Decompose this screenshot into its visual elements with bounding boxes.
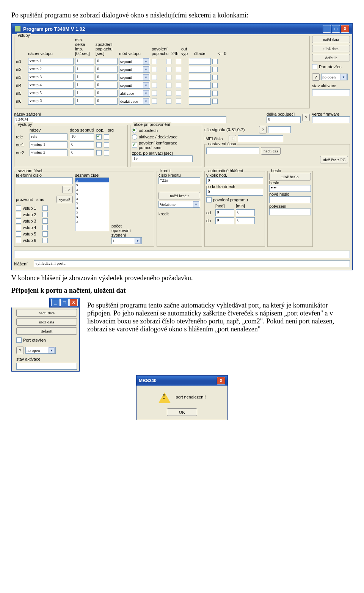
zpozdeni-input[interactable]: 0 (96, 66, 118, 73)
doba-input[interactable]: 0 (70, 141, 94, 148)
heslo-input[interactable]: •••• (269, 185, 311, 192)
prozvonit-checkbox[interactable] (16, 218, 21, 224)
doba-input[interactable]: 10 (70, 133, 94, 140)
mod-select[interactable]: sepnutí▼ (119, 58, 150, 65)
mod-select[interactable]: sepnutí▼ (119, 74, 150, 81)
tel-cislo-input[interactable] (16, 177, 73, 184)
prozvonit-checkbox[interactable] (16, 212, 21, 217)
nacti-cas-button[interactable]: načti čas (261, 147, 281, 155)
povoleni-programu-checkbox[interactable] (206, 197, 212, 202)
sms-checkbox[interactable] (42, 225, 48, 230)
nazev-vstupu-input[interactable]: vstup 6 (28, 98, 74, 105)
dialog-close-button[interactable]: X (217, 377, 225, 384)
zpozdeni-input[interactable]: 0 (96, 58, 118, 65)
nazev-vstupu-input[interactable]: vstup 5 (28, 90, 74, 97)
outvyp-checkbox[interactable] (176, 91, 181, 96)
signal-help-button[interactable]: ? (259, 126, 267, 133)
reset-checkbox[interactable] (212, 91, 218, 96)
min-delka-input[interactable]: 1 (75, 98, 94, 105)
default-button[interactable]: default (16, 327, 77, 335)
close-button[interactable]: X (69, 299, 78, 306)
sms-checkbox[interactable] (42, 218, 48, 224)
nacti-kredit-button[interactable]: načti kredit (158, 192, 200, 199)
zpozdeni-input[interactable]: 0 (96, 74, 118, 81)
outvyp-checkbox[interactable] (176, 99, 181, 104)
povoleni-checkbox[interactable] (152, 99, 157, 104)
radio-aktivace[interactable] (132, 134, 137, 140)
min-delka-input[interactable]: 1 (75, 74, 94, 81)
pop-checkbox[interactable] (96, 134, 102, 140)
outvyp-checkbox[interactable] (176, 59, 181, 64)
dialog-ok-button[interactable]: OK (167, 408, 197, 416)
povoleni-checkbox[interactable] (152, 67, 157, 72)
min-delka-input[interactable]: 1 (75, 90, 94, 97)
h24-checkbox[interactable] (166, 99, 171, 104)
mod-select[interactable]: deaktivace▼ (119, 98, 150, 105)
sms-checkbox[interactable] (42, 238, 48, 243)
min-delka-input[interactable]: 1 (75, 82, 94, 89)
h24-checkbox[interactable] (166, 75, 171, 80)
uloz-cas-button[interactable]: ulož čas z PC (320, 156, 348, 163)
povoleni-checkbox[interactable] (152, 91, 157, 96)
port-otevren-checkbox[interactable] (312, 64, 317, 69)
nacti-data-button[interactable]: načti data (312, 36, 350, 43)
maximize-button[interactable]: □ (60, 299, 69, 306)
sms-checkbox[interactable] (42, 231, 48, 237)
prg-checkbox[interactable] (104, 142, 109, 147)
nazev-vystupu-input[interactable]: vystup 2 (30, 149, 67, 156)
prozvonit-checkbox[interactable] (16, 206, 21, 211)
nazev-zarizeni-input[interactable]: T340M (14, 116, 226, 123)
prozvonit-checkbox[interactable] (16, 231, 21, 237)
zpoz-aktivaci-input[interactable]: 15 (132, 155, 193, 162)
port-help-button[interactable]: ? (312, 73, 320, 81)
do-hod-input[interactable]: 0 (215, 217, 234, 224)
od-hod-input[interactable]: 0 (215, 209, 234, 216)
povoleni-checkbox[interactable] (152, 83, 157, 88)
reset-checkbox[interactable] (212, 99, 218, 104)
reset-checkbox[interactable] (212, 83, 218, 88)
delka-pop-input[interactable]: 0 (267, 116, 301, 123)
nove-heslo-input[interactable] (269, 196, 311, 203)
h24-checkbox[interactable] (166, 83, 171, 88)
outvyp-checkbox[interactable] (176, 67, 181, 72)
default-button[interactable]: default (312, 54, 350, 61)
prg-checkbox[interactable] (104, 150, 109, 155)
verze-help-button[interactable]: ? (302, 114, 310, 121)
minimize-button[interactable]: _ (51, 299, 60, 306)
sms-checkbox[interactable] (42, 206, 48, 211)
nazev-vystupu-input[interactable]: rele (30, 133, 67, 140)
zpozdeni-input[interactable]: 0 (96, 82, 118, 89)
nacti-data-button[interactable]: načti data (16, 309, 77, 317)
seznam-listbox[interactable]: xxxxxxxxxx (75, 177, 109, 231)
h24-checkbox[interactable] (166, 59, 171, 64)
zpozdeni-input[interactable]: 0 (96, 98, 118, 105)
cislo-kreditu-input[interactable]: *22# (158, 177, 200, 184)
prozvonit-checkbox[interactable] (16, 238, 21, 243)
reset-checkbox[interactable] (212, 75, 218, 80)
povoleni-checkbox[interactable] (152, 75, 157, 80)
radio-odposlech[interactable] (132, 128, 137, 133)
operator-select[interactable]: Vodafone▼ (158, 201, 200, 208)
port-otevren-checkbox[interactable] (16, 337, 22, 343)
min-delka-input[interactable]: 1 (75, 66, 94, 73)
sms-checkbox[interactable] (42, 212, 48, 217)
mod-select[interactable]: sepnutí▼ (119, 66, 150, 73)
pop-checkbox[interactable] (96, 142, 102, 147)
potvrzeni-input[interactable] (269, 209, 311, 215)
vymaz-button[interactable]: vymaž (56, 196, 73, 203)
zpozdeni-input[interactable]: 0 (96, 90, 118, 97)
povoleni-checkbox[interactable] (152, 59, 157, 64)
outvyp-checkbox[interactable] (176, 83, 181, 88)
reset-checkbox[interactable] (212, 59, 218, 64)
mod-select[interactable]: sepnutí▼ (119, 82, 150, 89)
sms-config-checkbox[interactable] (132, 143, 137, 148)
minimize-button[interactable]: _ (323, 25, 331, 33)
maximize-button[interactable]: □ (332, 25, 340, 33)
prozvonit-checkbox[interactable] (16, 225, 21, 230)
add-number-button[interactable]: --> (62, 186, 73, 193)
h24-checkbox[interactable] (166, 67, 171, 72)
port-select[interactable]: no open▼ (321, 74, 348, 80)
outvyp-checkbox[interactable] (176, 75, 181, 80)
close-button[interactable]: X (341, 25, 349, 33)
nazev-vstupu-input[interactable]: vstup 1 (28, 58, 74, 65)
